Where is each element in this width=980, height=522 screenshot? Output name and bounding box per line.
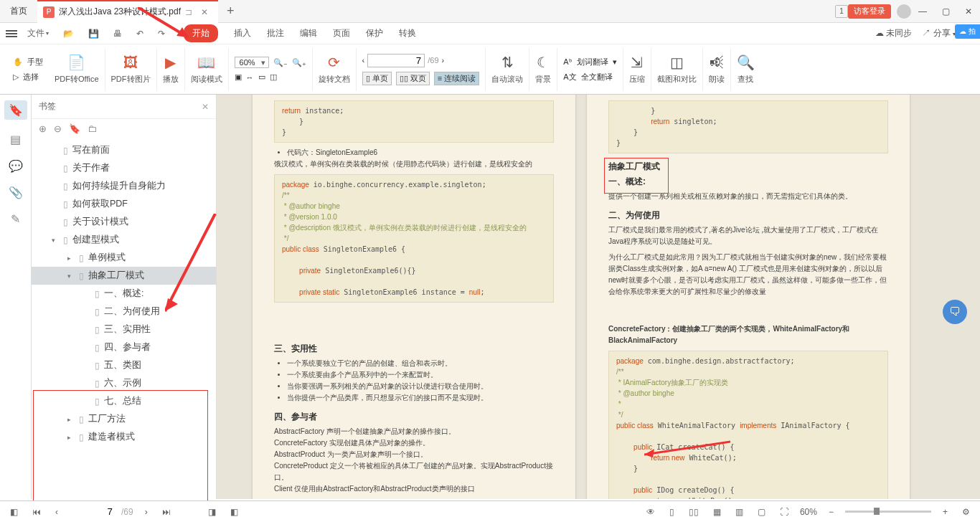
read-mode-icon[interactable]: 📖 <box>197 54 215 71</box>
pdf-to-office-icon[interactable]: 📄 <box>67 54 85 71</box>
bookmark-item[interactable]: ▯二、为何使用 <box>32 303 216 321</box>
open-icon[interactable]: 📂 <box>59 29 78 39</box>
redo-icon[interactable]: ↷ <box>154 29 169 39</box>
window-count-badge[interactable]: 1 <box>835 5 848 18</box>
view-double-icon[interactable]: ▯▯ <box>686 507 702 517</box>
auto-scroll-icon[interactable]: ⇅ <box>501 54 514 71</box>
translate-full[interactable]: A文 全文翻译 <box>563 72 612 82</box>
zoom-slider[interactable] <box>845 511 931 513</box>
continuous-button[interactable]: ≡ 连续阅读 <box>434 72 479 85</box>
status-page-input[interactable] <box>70 506 113 517</box>
first-page-icon[interactable]: ‹ <box>362 56 365 65</box>
undo-icon[interactable]: ↶ <box>132 29 148 39</box>
floating-assist-button[interactable]: 🗨 <box>943 300 967 324</box>
fit-actual-icon[interactable]: ▣ <box>235 72 242 82</box>
collapse-all-icon[interactable]: ⊖ <box>54 123 62 134</box>
bookmark-item[interactable]: ▸▯工厂方法 <box>32 410 216 428</box>
avatar-icon[interactable] <box>897 4 911 19</box>
bookmark-item[interactable]: ▯如何获取PDF <box>32 195 216 213</box>
hand-tool[interactable]: ✋ 手型 <box>13 57 43 67</box>
compare-icon[interactable]: ◫ <box>670 54 684 71</box>
menu-annotate[interactable]: 批注 <box>267 24 284 42</box>
bookmark-item[interactable]: ▯如何持续提升自身能力 <box>32 177 216 195</box>
share-button[interactable]: ↗ 分享 ▾ <box>922 27 956 39</box>
compress-icon[interactable]: ⇲ <box>631 54 643 71</box>
tab-home[interactable]: 首页 <box>0 0 37 23</box>
fullscreen-icon[interactable]: ⛶ <box>777 507 791 517</box>
menu-convert[interactable]: 转换 <box>399 24 416 42</box>
file-menu[interactable]: 文件▾ <box>23 27 53 39</box>
translate-selection[interactable]: Aᵇ 划词翻译 ▾ <box>563 57 616 67</box>
zoom-out-icon[interactable]: 🔍₋ <box>273 58 288 67</box>
play-icon[interactable]: ▶ <box>165 54 176 71</box>
sidebar-left-icon[interactable]: ◨ <box>205 507 219 517</box>
zoom-select[interactable]: 60% <box>235 57 269 68</box>
first-page-icon[interactable]: ⏮ <box>29 507 44 517</box>
menu-start[interactable]: 开始 <box>184 24 218 42</box>
save-icon[interactable]: 💾 <box>84 29 103 39</box>
fit-icon[interactable]: ▢ <box>755 507 768 517</box>
signature-icon[interactable]: ✎ <box>11 212 20 226</box>
bookmark-item[interactable]: ▯一、概述: <box>32 285 216 303</box>
single-page-button[interactable]: ▯ 单页 <box>362 72 392 85</box>
tab-close-icon[interactable]: ✕ <box>197 7 212 17</box>
attachments-icon[interactable]: 📎 <box>9 186 23 199</box>
sync-status[interactable]: ☁ 未同步 <box>875 27 912 39</box>
comments-icon[interactable]: 💬 <box>9 159 23 173</box>
fit-width-icon[interactable]: ↔ <box>246 73 254 82</box>
fit-visible-icon[interactable]: ◫ <box>270 72 277 82</box>
double-page-button[interactable]: ▯▯ 双页 <box>396 72 430 85</box>
bookmark-item[interactable]: ▸▯单例模式 <box>32 249 216 267</box>
hamburger-icon[interactable] <box>6 30 17 37</box>
last-page-icon[interactable]: ⏭ <box>159 507 174 517</box>
expand-all-icon[interactable]: ⊕ <box>39 123 47 134</box>
page-input[interactable] <box>367 54 425 67</box>
next-page-icon[interactable]: › <box>142 507 151 517</box>
print-icon[interactable]: 🖶 <box>109 29 126 39</box>
panel-toggle-icon[interactable]: ◧ <box>7 507 21 517</box>
bookmark-item[interactable]: ▯三、实用性 <box>32 321 216 338</box>
menu-edit[interactable]: 编辑 <box>300 24 317 42</box>
bookmark-item[interactable]: ▯关于设计模式 <box>32 213 216 231</box>
tab-pin-icon[interactable]: ⊐ <box>185 7 192 17</box>
bookmark-del-icon[interactable]: 🗀 <box>88 123 97 134</box>
menu-protect[interactable]: 保护 <box>366 24 383 42</box>
maximize-button[interactable]: ▢ <box>934 1 957 22</box>
rotate-icon[interactable]: ⟳ <box>328 54 340 71</box>
sidebar-close-icon[interactable]: ✕ <box>202 102 209 112</box>
select-tool[interactable]: ▷ 选择 <box>13 72 39 82</box>
find-icon[interactable]: 🔍 <box>737 54 755 71</box>
bookmark-item[interactable]: ▯五、类图 <box>32 356 216 374</box>
tab-document[interactable]: P 深入浅出Java 23种设计模式.pdf ⊐ ✕ <box>37 0 218 23</box>
bookmark-panel-icon[interactable]: 🔖 <box>4 100 27 120</box>
zoom-in-icon[interactable]: 🔍₊ <box>292 58 306 67</box>
sidebar-right-icon[interactable]: ◧ <box>227 507 241 517</box>
eye-icon[interactable]: 👁 <box>644 507 658 517</box>
pdf-to-image-icon[interactable]: 🖼 <box>123 54 138 71</box>
cloud-sync-badge[interactable]: ☁ 拍 <box>955 24 980 39</box>
bookmark-item[interactable]: ▯四、参与者 <box>32 338 216 356</box>
view-continuous-icon[interactable]: ▦ <box>710 507 724 517</box>
bookmark-item[interactable]: ▯六、示例 <box>32 374 216 392</box>
tab-add-button[interactable]: + <box>218 4 243 19</box>
close-button[interactable]: ✕ <box>957 1 980 22</box>
settings-icon[interactable]: ⚙ <box>959 507 973 517</box>
menu-page[interactable]: 页面 <box>333 24 350 42</box>
menu-insert[interactable]: 插入 <box>234 24 251 42</box>
bookmark-item[interactable]: ▯七、总结 <box>32 392 216 410</box>
bookmark-item[interactable]: ▸▯建造者模式 <box>32 428 216 446</box>
minimize-button[interactable]: — <box>911 1 934 22</box>
bookmark-item[interactable]: ▯写在前面 <box>32 141 216 159</box>
bookmark-item[interactable]: ▯关于作者 <box>32 159 216 177</box>
thumbnails-icon[interactable]: ▤ <box>10 133 21 146</box>
view-single-icon[interactable]: ▯ <box>666 507 677 517</box>
zoom-out-button[interactable]: − <box>826 507 837 517</box>
prev-page-icon[interactable]: ‹ <box>52 507 61 517</box>
document-viewport[interactable]: return instance; }} 代码六：SingletonExample… <box>217 95 980 499</box>
login-button[interactable]: 访客登录 <box>848 4 891 19</box>
bookmark-item[interactable]: ▾▯抽象工厂模式 <box>32 267 216 285</box>
zoom-in-button[interactable]: + <box>940 507 951 517</box>
next-page-icon[interactable]: › <box>442 56 445 65</box>
bookmark-item[interactable]: ▾▯创建型模式 <box>32 231 216 249</box>
bookmark-add-icon[interactable]: 🔖 <box>69 123 80 134</box>
